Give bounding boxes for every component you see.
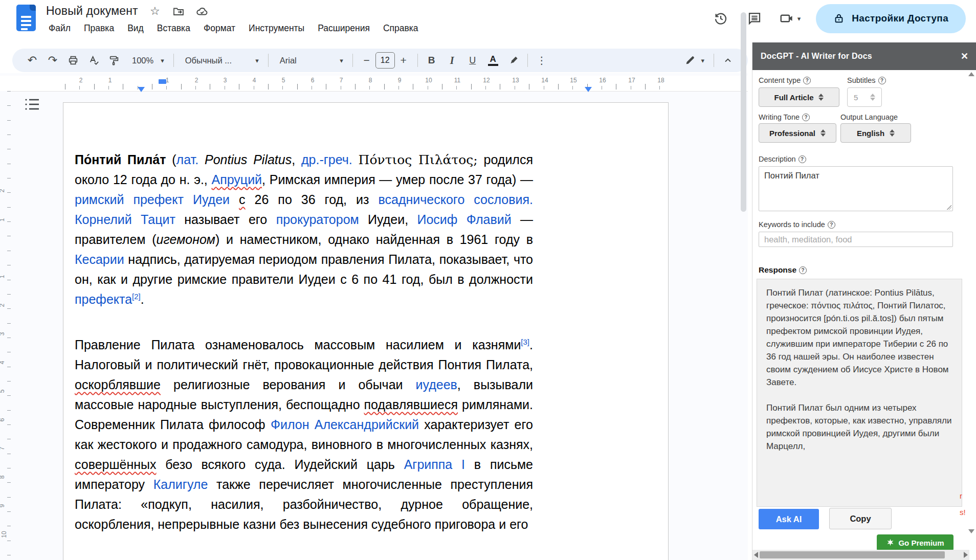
text-color-button[interactable]: A: [484, 52, 502, 69]
zoom-select[interactable]: 100% ▾: [126, 52, 168, 69]
help-icon[interactable]: [798, 155, 806, 163]
left-indent-marker[interactable]: [138, 87, 145, 92]
text-run: .: [141, 292, 144, 306]
help-icon[interactable]: [828, 221, 835, 229]
link[interactable]: др.-греч.: [301, 152, 352, 167]
google-docs-logo-icon[interactable]: [16, 5, 36, 31]
menu-вставка[interactable]: Вставка: [150, 20, 197, 36]
subtitles-stepper[interactable]: 5: [847, 87, 882, 107]
decrease-font-size-button[interactable]: −: [358, 52, 375, 69]
paragraph-styles-select[interactable]: Обычный ... ▾: [179, 52, 263, 69]
sidebar-scroll-down-icon[interactable]: [968, 529, 974, 533]
link[interactable]: Агриппа I: [404, 457, 465, 472]
link[interactable]: Филон Александрийский: [271, 417, 419, 432]
underline-button[interactable]: U: [464, 52, 481, 69]
more-options-button[interactable]: ⋮: [533, 52, 550, 69]
comments-icon[interactable]: [745, 9, 764, 28]
document-scrollbar-thumb[interactable]: [741, 12, 746, 212]
menu-справка[interactable]: Справка: [376, 20, 425, 36]
ruler-number: 18: [657, 77, 664, 84]
link[interactable]: римский префект Иудеи: [75, 192, 230, 207]
menu-расширения[interactable]: Расширения: [311, 20, 376, 36]
paragraph[interactable]: По́нтий Пила́т (лат. Pontius Pilatus, др…: [75, 150, 533, 309]
font-caret-icon: ▾: [340, 57, 343, 64]
font-select[interactable]: Arial ▾: [274, 52, 347, 69]
copy-button[interactable]: Copy: [829, 508, 892, 529]
version-history-icon[interactable]: [712, 9, 730, 28]
menu-инструменты[interactable]: Инструменты: [242, 20, 311, 36]
horizontal-ruler[interactable]: 21123456789101112131415161718: [0, 76, 748, 92]
paint-format-button[interactable]: [105, 52, 123, 69]
menu-правка[interactable]: Правка: [77, 20, 121, 36]
keywords-input[interactable]: [759, 232, 953, 247]
content-type-select[interactable]: Full Article: [759, 87, 839, 107]
resize-grip-icon[interactable]: [947, 205, 951, 210]
editing-mode-select[interactable]: ▾: [680, 52, 708, 69]
sidebar-close-icon[interactable]: ✕: [961, 51, 968, 62]
increase-font-size-button[interactable]: +: [395, 52, 412, 69]
sidebar-horizontal-scrollbar[interactable]: [752, 550, 969, 560]
menu-формат[interactable]: Формат: [197, 20, 242, 36]
zoom-caret-icon: ▾: [161, 57, 164, 64]
redo-button[interactable]: ↷: [44, 52, 61, 69]
document-text[interactable]: По́нтий Пила́т (лат. Pontius Pilatus, др…: [75, 150, 533, 560]
link[interactable]: Калигуле: [153, 477, 208, 491]
spellcheck-button[interactable]: [85, 52, 102, 69]
cloud-saved-icon[interactable]: [195, 5, 209, 18]
link[interactable]: префекта: [75, 292, 132, 306]
ask-ai-button[interactable]: Ask AI: [759, 509, 819, 529]
link[interactable]: [2]: [132, 292, 141, 301]
description-textarea[interactable]: Понтий Пилат: [759, 166, 953, 211]
link[interactable]: [3]: [521, 338, 529, 346]
go-premium-label: Go Premium: [898, 539, 944, 547]
go-premium-button[interactable]: Go Premium: [877, 534, 953, 551]
help-icon[interactable]: [799, 266, 807, 274]
scroll-left-icon[interactable]: [754, 552, 758, 558]
link[interactable]: Апруций: [212, 172, 262, 187]
output-language-select[interactable]: English: [840, 123, 911, 143]
help-icon[interactable]: [878, 77, 886, 84]
undo-button[interactable]: ↶: [24, 52, 41, 69]
text-run: религиозные верования и обычаи: [161, 377, 416, 392]
paragraph[interactable]: Правление Пилата ознаменовалось массовым…: [75, 335, 533, 534]
first-line-indent-marker[interactable]: [159, 79, 166, 84]
menu-вид[interactable]: Вид: [121, 20, 150, 36]
writing-tone-select[interactable]: Professional: [759, 123, 836, 143]
video-call-button[interactable]: ▾: [779, 11, 801, 26]
move-to-folder-icon[interactable]: [172, 5, 185, 18]
font-size-input[interactable]: 12: [375, 52, 395, 69]
response-box[interactable]: Понтий Пилат (латинское: Pontius Pilātus…: [757, 279, 962, 507]
menu-файл[interactable]: Файл: [42, 20, 77, 36]
right-indent-marker[interactable]: [585, 87, 592, 92]
highlight-color-button[interactable]: [505, 52, 522, 69]
star-icon[interactable]: ☆: [148, 5, 162, 18]
text-run: подавлявшиеся: [364, 397, 458, 412]
horizontal-scrollbar-thumb[interactable]: [760, 551, 945, 558]
starburst-icon: [886, 539, 895, 547]
link[interactable]: Иосиф Флавий: [417, 212, 512, 227]
bold-button[interactable]: B: [423, 52, 440, 69]
ruler-number: 4: [253, 77, 256, 84]
toolbar-separator: [352, 54, 353, 67]
print-button[interactable]: [64, 52, 82, 69]
italic-button[interactable]: I: [443, 52, 461, 69]
google-docs-app: Новый документ ☆ ФайлПравкаВидВставкаФор…: [0, 0, 976, 560]
link[interactable]: иудеев: [416, 377, 457, 392]
link[interactable]: прокуратором: [276, 212, 359, 227]
link[interactable]: Кесарии: [75, 252, 124, 266]
show-document-outline-button[interactable]: [25, 98, 40, 111]
help-icon[interactable]: [803, 77, 811, 84]
hide-menus-button[interactable]: [719, 52, 737, 69]
share-button[interactable]: Настройки Доступа: [816, 4, 966, 33]
document-title[interactable]: Новый документ: [46, 4, 138, 18]
sidebar-scroll-up-icon[interactable]: [968, 72, 974, 76]
link[interactable]: Корнелий Тацит: [75, 212, 175, 227]
link[interactable]: всаднического сословия.: [379, 192, 533, 207]
scroll-right-icon[interactable]: [964, 552, 968, 558]
editing-mode-caret-icon: ▾: [701, 57, 704, 64]
text-run: Πόντιος Πιλάτος;: [359, 152, 478, 167]
video-call-dropdown-icon[interactable]: ▾: [797, 15, 801, 23]
link[interactable]: лат.: [176, 152, 199, 167]
vertical-ruler[interactable]: 2112345678910111213: [0, 91, 11, 560]
help-icon[interactable]: [802, 114, 810, 121]
